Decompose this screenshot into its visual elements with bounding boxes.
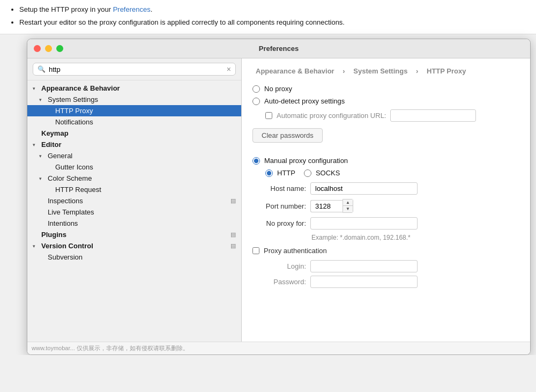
manual-proxy-radio[interactable] (252, 157, 260, 165)
main-panel: Appearance & Behavior › System Settings … (242, 58, 530, 342)
no-proxy-label[interactable]: No proxy (264, 85, 292, 93)
proxy-auth-checkbox[interactable] (252, 247, 259, 254)
tree-label-live-templates: Live Templates (48, 208, 94, 216)
protocol-row: HTTP SOCKS (265, 169, 519, 177)
breadcrumb-part3: HTTP Proxy (427, 67, 466, 75)
tree-badge-version-control: ▤ (230, 242, 236, 249)
no-proxy-for-input[interactable] (310, 217, 418, 230)
sidebar-item-general[interactable]: ▾General (27, 150, 241, 161)
window-controls (34, 45, 63, 52)
watermark: www.toymobar... 仅供展示，非存储，如有侵权请联系删除。 (27, 342, 530, 354)
sidebar-item-http-request[interactable]: HTTP Request (27, 184, 241, 195)
manual-proxy-label[interactable]: Manual proxy configuration (264, 157, 348, 165)
clear-search-button[interactable]: × (227, 65, 231, 73)
search-input[interactable] (49, 65, 224, 73)
tree-label-color-scheme: Color Scheme (48, 174, 92, 182)
search-icon: 🔍 (38, 65, 46, 73)
tree-label-inspections: Inspections (48, 197, 83, 205)
preferences-window: Preferences 🔍 × ▾Appearance & Behavior▾S… (27, 39, 531, 355)
window-title: Preferences (259, 45, 299, 53)
port-increment-button[interactable]: ▲ (343, 199, 353, 206)
socks-label[interactable]: SOCKS (316, 169, 340, 177)
auto-config-label[interactable]: Automatic proxy configuration URL: (277, 112, 386, 120)
tree-label-appearance: Appearance & Behavior (41, 84, 120, 92)
socks-radio[interactable] (304, 169, 311, 177)
sidebar-item-appearance[interactable]: ▾Appearance & Behavior (27, 83, 241, 94)
spinner-buttons: ▲ ▼ (343, 199, 353, 213)
port-spinner: ▲ ▼ (310, 199, 353, 213)
tree-label-http-request: HTTP Request (55, 186, 101, 194)
tree-label-plugins: Plugins (41, 231, 66, 239)
port-label: Port number: (252, 202, 306, 210)
tree-badge-inspections: ▤ (230, 197, 236, 204)
tree-label-intentions: Intentions (48, 219, 78, 227)
minimize-button[interactable] (45, 45, 52, 52)
auto-detect-row: Auto-detect proxy settings (252, 97, 519, 105)
proxy-auth-row: Proxy authentication (252, 247, 519, 255)
clear-passwords-button[interactable]: Clear passwords (252, 128, 323, 143)
sidebar-item-inspections[interactable]: Inspections▤ (27, 195, 241, 206)
sidebar-item-http-proxy[interactable]: HTTP Proxy (27, 105, 241, 116)
proxy-auth-label[interactable]: Proxy authentication (264, 247, 327, 255)
login-input[interactable] (310, 260, 418, 272)
info-item-1: Setup the HTTP proxy in your Preferences… (19, 4, 527, 15)
preferences-link[interactable]: Preferences (113, 5, 151, 13)
no-proxy-for-row: No proxy for: (252, 217, 519, 230)
sidebar-item-system-settings[interactable]: ▾System Settings (27, 94, 241, 105)
login-row: Login: (252, 260, 519, 272)
sidebar-item-subversion[interactable]: Subversion (27, 252, 241, 263)
tree-label-keymap: Keymap (41, 129, 69, 137)
http-radio[interactable] (265, 169, 273, 177)
http-label[interactable]: HTTP (277, 169, 295, 177)
example-text: Example: *.domain.com, 192.168.* (311, 234, 519, 241)
tree-label-general: General (48, 152, 72, 160)
breadcrumb: Appearance & Behavior › System Settings … (252, 67, 519, 75)
port-decrement-button[interactable]: ▼ (343, 206, 353, 212)
password-input[interactable] (310, 276, 418, 288)
auto-config-checkbox[interactable] (265, 112, 272, 119)
tree-label-editor: Editor (41, 140, 62, 149)
password-row: Password: (252, 276, 519, 288)
info-item-2: Restart your editor so the proxy configu… (19, 17, 527, 28)
sidebar-item-notifications[interactable]: Notifications (27, 116, 241, 128)
search-box: 🔍 × (27, 58, 241, 80)
sidebar-item-editor[interactable]: ▾Editor (27, 139, 241, 150)
login-label: Login: (252, 262, 306, 270)
no-proxy-row: No proxy (252, 85, 519, 93)
http-radio-row: HTTP (265, 169, 295, 177)
tree-label-version-control: Version Control (41, 242, 93, 250)
sidebar-item-gutter-icons[interactable]: Gutter Icons (27, 161, 241, 173)
sidebar-item-live-templates[interactable]: Live Templates (27, 206, 241, 218)
tree-arrow-version-control: ▾ (33, 243, 39, 249)
hostname-row: Host name: (252, 182, 519, 195)
breadcrumb-sep1: › (343, 67, 345, 75)
auto-detect-radio[interactable] (252, 98, 260, 105)
port-input[interactable] (310, 200, 343, 212)
tree-arrow-appearance: ▾ (33, 86, 39, 91)
auto-config-url-input[interactable] (390, 109, 476, 122)
hostname-input[interactable] (310, 182, 418, 195)
tree-arrow-color-scheme: ▾ (39, 176, 46, 181)
port-row: Port number: ▲ ▼ (252, 199, 519, 213)
sidebar-item-color-scheme[interactable]: ▾Color Scheme (27, 173, 241, 184)
sidebar-item-version-control[interactable]: ▾Version Control▤ (27, 240, 241, 252)
breadcrumb-part1: Appearance & Behavior (256, 67, 334, 75)
sidebar-tree: ▾Appearance & Behavior▾System SettingsHT… (27, 80, 241, 342)
info-bar: Setup the HTTP proxy in your Preferences… (0, 0, 536, 34)
search-input-wrap: 🔍 × (33, 63, 236, 76)
tree-label-http-proxy: HTTP Proxy (55, 107, 93, 115)
no-proxy-radio[interactable] (252, 85, 260, 93)
tree-label-subversion: Subversion (48, 253, 83, 261)
close-button[interactable] (34, 45, 41, 52)
titlebar: Preferences (27, 39, 530, 58)
sidebar-item-plugins[interactable]: Plugins▤ (27, 229, 241, 240)
hostname-label: Host name: (252, 184, 306, 193)
manual-proxy-row: Manual proxy configuration (252, 157, 519, 165)
sidebar-item-intentions[interactable]: Intentions (27, 218, 241, 229)
socks-radio-row: SOCKS (304, 169, 340, 177)
maximize-button[interactable] (56, 45, 63, 52)
auto-detect-label[interactable]: Auto-detect proxy settings (264, 97, 345, 105)
sidebar: 🔍 × ▾Appearance & Behavior▾System Settin… (27, 58, 242, 342)
clear-passwords-section: Clear passwords (252, 128, 519, 150)
sidebar-item-keymap[interactable]: Keymap (27, 128, 241, 139)
